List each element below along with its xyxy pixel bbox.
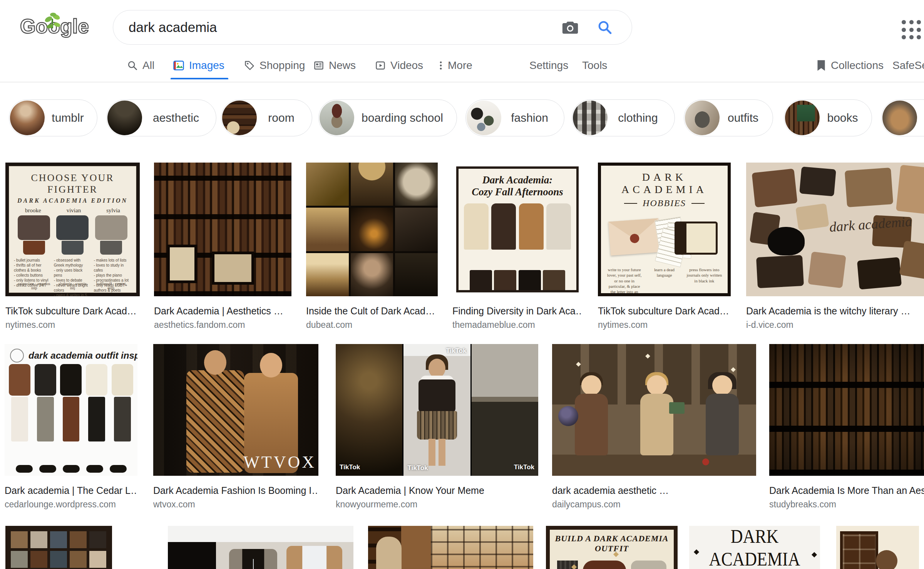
result-thumbnail[interactable]: Dark Academia: Cozy Fall Afternoons bbox=[452, 163, 583, 296]
google-logo-doodle[interactable]: Google bbox=[19, 12, 89, 42]
result-thumbnail[interactable] bbox=[836, 526, 919, 569]
google-apps-grid-button[interactable] bbox=[902, 20, 922, 40]
art-footers: ravenclaw · aquarius intp slytherin · sc… bbox=[9, 282, 136, 290]
result-card[interactable]: Dark Academia: Cozy Fall Afternoons Find… bbox=[452, 163, 583, 330]
active-tab-underline bbox=[171, 78, 228, 79]
swatch bbox=[89, 531, 106, 548]
result-thumbnail[interactable] bbox=[154, 163, 291, 296]
grid-dot bbox=[917, 28, 921, 32]
safesearch-label: SafeSe bbox=[892, 59, 924, 72]
result-card[interactable]: TikTok TikTok TikTok TikTok Dark Academi… bbox=[336, 344, 538, 510]
chip-room[interactable]: room bbox=[221, 99, 312, 136]
chip-label: fashion bbox=[501, 111, 564, 124]
result-card[interactable] bbox=[168, 526, 353, 569]
tiktok-logo: TikTok bbox=[407, 464, 428, 472]
chip-fashion[interactable]: fashion bbox=[465, 99, 564, 136]
tools-menu[interactable]: Tools bbox=[582, 59, 607, 72]
chip-thumbnail bbox=[222, 101, 257, 135]
character-globe bbox=[568, 375, 614, 460]
art-name: brooke bbox=[25, 207, 41, 214]
result-card[interactable]: DARK ACADEMIA in italia empty mugs of bi… bbox=[689, 526, 820, 569]
art-bullets: - bullet journals - thrifts all of her c… bbox=[9, 258, 136, 296]
shoe-shape bbox=[63, 465, 80, 473]
collage-tile bbox=[351, 163, 393, 206]
result-title[interactable]: Dark Academia | Aesthetics … bbox=[154, 305, 291, 317]
result-thumbnail[interactable]: WTVOX bbox=[153, 344, 318, 476]
collage-patch bbox=[756, 255, 804, 288]
result-card[interactable]: DARK ACADEMIA HOBBIES write to your futu… bbox=[598, 163, 731, 330]
chip-outfits[interactable]: outfits bbox=[684, 99, 773, 136]
result-thumbnail[interactable] bbox=[5, 526, 112, 569]
result-title[interactable]: Dark academia | The Cedar L… bbox=[5, 484, 137, 497]
result-thumbnail[interactable]: BUILD A DARK ACADEMIA OUTFIT bbox=[546, 526, 678, 569]
search-input[interactable]: dark academia bbox=[129, 20, 559, 35]
tab-shopping[interactable]: Shopping bbox=[244, 59, 305, 72]
result-title[interactable]: TikTok subculture Dark Acad… bbox=[598, 305, 731, 317]
result-thumbnail[interactable] bbox=[368, 526, 533, 569]
tab-videos[interactable]: Videos bbox=[375, 59, 423, 72]
note-col: write to your future lover, your past se… bbox=[606, 267, 642, 293]
tab-more[interactable]: More bbox=[439, 59, 472, 72]
dash-line bbox=[691, 203, 705, 204]
chip-partial[interactable] bbox=[881, 99, 924, 136]
result-thumbnail[interactable] bbox=[306, 163, 438, 296]
art-subtitle-row: HOBBIES bbox=[601, 198, 728, 208]
result-title[interactable]: dark academia aesthetic … bbox=[552, 484, 756, 497]
result-thumbnail[interactable]: TikTok TikTok TikTok TikTok bbox=[336, 344, 538, 476]
result-card[interactable]: dark academia outfit inspiration Dark ac… bbox=[5, 344, 137, 510]
result-card[interactable]: dark academia aesthetic … dailycampus.co… bbox=[552, 344, 756, 510]
result-thumbnail[interactable]: dark academia outfit inspiration bbox=[5, 344, 137, 476]
search-bar[interactable]: dark academia bbox=[113, 10, 632, 45]
result-domain: studybreaks.com bbox=[769, 499, 924, 510]
collections-button[interactable]: Collections bbox=[816, 59, 884, 72]
result-title[interactable]: Dark Academia Is More Than an Aes bbox=[769, 484, 924, 497]
result-card[interactable]: Dark Academia | Aesthetics … aesthetics.… bbox=[154, 163, 291, 330]
collage-patch bbox=[844, 168, 893, 207]
result-card[interactable]: BUILD A DARK ACADEMIA OUTFIT bbox=[546, 526, 678, 569]
settings-menu[interactable]: Settings bbox=[529, 59, 568, 72]
art-title: BUILD A DARK ACADEMIA OUTFIT bbox=[550, 534, 674, 554]
result-thumbnail[interactable]: CHOOSE YOUR FIGHTER DARK ACADEMIA EDITIO… bbox=[5, 163, 140, 296]
result-title[interactable]: TikTok subculture Dark Acad… bbox=[5, 305, 140, 317]
result-title[interactable]: Dark Academia is the witchy literary … bbox=[746, 305, 924, 317]
result-card[interactable] bbox=[368, 526, 533, 569]
art-garments-bottom bbox=[459, 270, 576, 292]
result-thumbnail[interactable]: DARK ACADEMIA in italia empty mugs of bi… bbox=[689, 526, 820, 569]
result-title[interactable]: Dark Academia | Know Your Meme bbox=[336, 484, 538, 497]
result-card[interactable]: CHOOSE YOUR FIGHTER DARK ACADEMIA EDITIO… bbox=[5, 163, 140, 330]
result-card[interactable] bbox=[5, 526, 112, 569]
chip-label: boarding school bbox=[354, 111, 457, 124]
search-submit-button[interactable] bbox=[593, 20, 616, 35]
result-card[interactable]: Dark Academia Is More Than an Aes studyb… bbox=[769, 344, 924, 510]
result-card[interactable]: WTVOX Dark Academia Fashion Is Booming I… bbox=[153, 344, 318, 510]
tab-news[interactable]: News bbox=[313, 59, 356, 72]
safesearch-menu[interactable]: SafeSe bbox=[892, 59, 924, 72]
grid-dot bbox=[902, 20, 906, 24]
chip-books[interactable]: books bbox=[784, 99, 872, 136]
necklace-shape bbox=[253, 559, 254, 569]
tab-images[interactable]: Images bbox=[173, 59, 224, 72]
chip-aesthetic[interactable]: aesthetic bbox=[106, 99, 216, 136]
chip-boarding-school[interactable]: boarding school bbox=[318, 99, 457, 136]
art-poster: CHOOSE YOUR FIGHTER DARK ACADEMIA EDITIO… bbox=[9, 166, 136, 293]
result-thumbnail[interactable] bbox=[769, 344, 924, 476]
result-thumbnail[interactable] bbox=[168, 526, 353, 569]
result-thumbnail[interactable] bbox=[552, 344, 756, 476]
result-card[interactable]: Inside the Cult of Dark Acad… dubeat.com bbox=[306, 163, 438, 330]
art-subtitle: HOBBIES bbox=[643, 198, 686, 208]
tab-all[interactable]: All bbox=[127, 59, 154, 72]
result-card[interactable] bbox=[836, 526, 919, 569]
grid-dot bbox=[909, 35, 914, 39]
search-by-image-button[interactable] bbox=[559, 20, 582, 35]
chip-clothing[interactable]: clothing bbox=[572, 99, 675, 136]
bookmark-icon bbox=[816, 60, 826, 71]
chip-tumblr[interactable]: tumblr bbox=[9, 99, 97, 136]
result-title[interactable]: Inside the Cult of Dark Acad… bbox=[306, 305, 438, 317]
result-title[interactable]: Finding Diversity in Dark Aca… bbox=[452, 305, 583, 317]
result-thumbnail[interactable]: dark academia bbox=[746, 163, 924, 296]
outfit-shape bbox=[60, 364, 82, 445]
result-title[interactable]: Dark Academia Fashion Is Booming I… bbox=[153, 484, 318, 497]
result-card[interactable]: dark academia Dark Academia is the witch… bbox=[746, 163, 924, 330]
result-thumbnail[interactable]: DARK ACADEMIA HOBBIES write to your futu… bbox=[598, 163, 731, 296]
shoe-shape bbox=[16, 465, 33, 473]
